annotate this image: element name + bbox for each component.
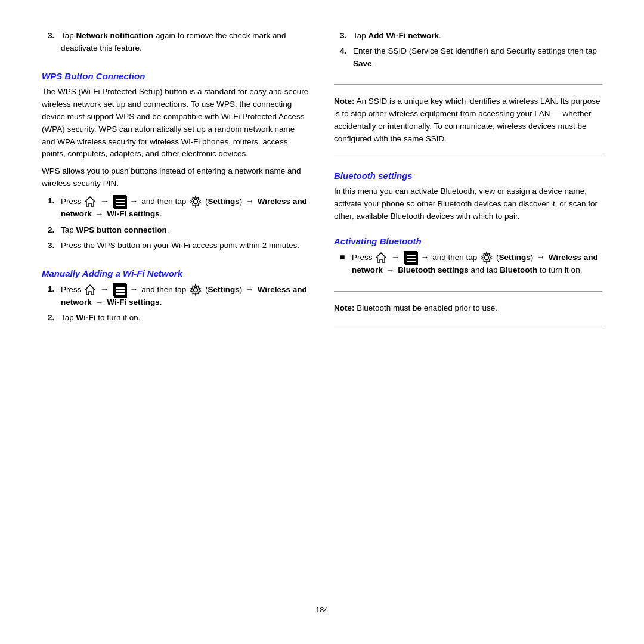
svg-point-17: [485, 256, 489, 260]
settings-icon-3: [480, 251, 493, 264]
activating-bullet: ■ Press →: [340, 251, 602, 277]
home-icon: [84, 196, 96, 208]
svg-point-11: [194, 287, 198, 292]
home-icon-2: [84, 284, 96, 296]
right-continued-steps: 3. Tap Add Wi-Fi network. 4. Enter the S…: [340, 30, 602, 73]
arrow-4: →: [95, 208, 104, 221]
arrow-11: →: [537, 251, 545, 264]
settings-icon: [189, 195, 202, 208]
arrow-6: →: [130, 283, 138, 296]
arrow-10: →: [421, 251, 429, 264]
arrow-3: →: [246, 195, 254, 208]
note-block-2: Note: Bluetooth must be enabled prior to…: [334, 302, 602, 315]
home-icon-3: [375, 252, 387, 264]
divider-2: [334, 156, 602, 156]
settings-icon-2: [189, 283, 202, 296]
right-column: 3. Tap Add Wi-Fi network. 4. Enter the S…: [334, 30, 602, 599]
menu-icon: [113, 195, 126, 208]
page-number: 184: [42, 605, 602, 614]
bluetooth-section-title: Bluetooth settings: [334, 171, 602, 181]
right-step-3: 3. Tap Add Wi-Fi network.: [340, 30, 602, 42]
activating-section-title: Activating Bluetooth: [334, 236, 602, 246]
intro-list: 3. Tap Network notification again to rem…: [48, 30, 310, 58]
arrow-8: →: [95, 296, 104, 309]
wps-section-title: WPS Button Connection: [42, 71, 310, 81]
arrow-7: →: [246, 283, 254, 296]
manually-steps: 1. Press →: [48, 283, 310, 328]
wps-para-2: WPS allows you to push buttons instead o…: [42, 165, 310, 190]
right-step-4: 4. Enter the SSID (Service Set Identifie…: [340, 45, 602, 70]
menu-icon-3: [404, 251, 417, 264]
intro-item-3: 3. Tap Network notification again to rem…: [48, 30, 310, 55]
manually-step-2: 2. Tap Wi-Fi to turn it on.: [48, 312, 310, 324]
divider-4: [334, 326, 602, 326]
arrow-12: →: [386, 264, 395, 277]
arrow-1: →: [100, 195, 109, 208]
wps-step-2: 2. Tap WPS button connection.: [48, 224, 310, 237]
note-block-1: Note: An SSID is a unique key which iden…: [334, 95, 602, 145]
page: 3. Tap Network notification again to rem…: [0, 0, 644, 644]
bluetooth-para: In this menu you can activate Bluetooth,…: [334, 185, 602, 223]
wps-step-3: 3. Press the WPS button on your Wi-Fi ac…: [48, 240, 310, 252]
menu-icon-2: [113, 283, 126, 296]
activating-list: ■ Press →: [340, 251, 602, 280]
left-column: 3. Tap Network notification again to rem…: [42, 30, 310, 599]
manually-step-1: 1. Press →: [48, 283, 310, 309]
two-column-layout: 3. Tap Network notification again to rem…: [42, 30, 602, 599]
arrow-5: →: [100, 283, 109, 296]
arrow-9: →: [391, 251, 400, 264]
svg-marker-6: [85, 285, 95, 295]
divider-1: [334, 84, 602, 85]
arrow-2: →: [130, 195, 138, 208]
manually-section-title: Manually Adding a Wi-Fi Network: [42, 268, 310, 278]
svg-marker-12: [376, 253, 386, 262]
svg-point-5: [194, 200, 198, 204]
divider-3: [334, 291, 602, 292]
wps-step-1: 1. Press →: [48, 195, 310, 221]
wps-steps: 1. Press →: [48, 195, 310, 255]
wps-para-1: The WPS (Wi-Fi Protected Setup) button i…: [42, 86, 310, 161]
svg-marker-0: [85, 197, 95, 206]
